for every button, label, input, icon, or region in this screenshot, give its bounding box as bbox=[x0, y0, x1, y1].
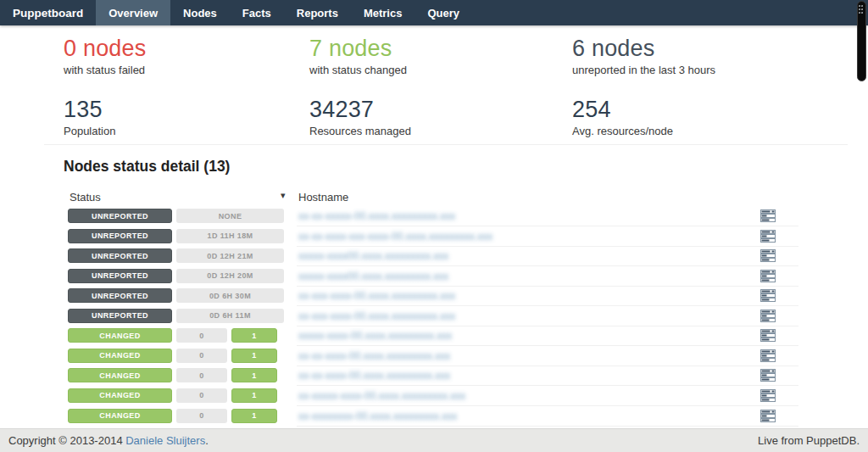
tasks-icon[interactable] bbox=[760, 249, 776, 263]
copyright-text: Copyright © 2013-2014 bbox=[8, 434, 123, 447]
table-rows: UNREPORTEDNONExx-xx-xxxxx-00.xxxx.xxxxxx… bbox=[0, 207, 868, 428]
status-badge: CHANGED bbox=[68, 328, 172, 343]
column-header-hostname[interactable]: Hostname bbox=[298, 191, 348, 204]
tasks-icon[interactable] bbox=[760, 230, 776, 243]
tasks-icon[interactable] bbox=[760, 389, 776, 403]
table-row: CHANGED01xx-xxxxxxxx-00.xxxx.xxxxxxxxx.x… bbox=[0, 407, 797, 427]
tab-facts[interactable]: Facts bbox=[230, 0, 284, 25]
stat-changed: 7 nodes with status changed bbox=[309, 36, 572, 76]
table-row: UNREPORTED0D 6H 30Mxx-xxx-xxxx-00.xxxx.x… bbox=[0, 287, 797, 306]
tab-query[interactable]: Query bbox=[415, 0, 472, 25]
stat-population-label: Population bbox=[64, 125, 309, 137]
table-row: CHANGED01xxxxx-xxxx-00.xxxx.xxxxxxxxx.xx… bbox=[0, 326, 797, 346]
stat-avg-resources: 254 Avg. resources/node bbox=[572, 97, 818, 137]
table-row: CHANGED01xx-xx-xxxx-00.xxxx.xxxxxxxxx.xx… bbox=[0, 366, 797, 386]
status-badge: UNREPORTED bbox=[68, 229, 172, 243]
stat-changed-label: with status changed bbox=[309, 64, 572, 76]
stat-population-value: 135 bbox=[64, 97, 309, 122]
hostname-link[interactable]: xx-xxx-xxxx-00.xxxx.xxxxxxxxx.xxx bbox=[298, 290, 455, 302]
row-divider bbox=[297, 426, 798, 427]
status-badge: UNREPORTED bbox=[68, 248, 172, 263]
stat-avg-resources-value: 254 bbox=[572, 97, 818, 122]
table-row: UNREPORTED0D 12H 20Mxxxxx-xxxx00.xxxx.xx… bbox=[0, 267, 797, 287]
status-badge: CHANGED bbox=[68, 409, 172, 423]
last-report-badge: 0D 12H 21M bbox=[176, 248, 284, 263]
last-report-badge: NONE bbox=[176, 209, 284, 223]
stat-resources-value: 34237 bbox=[309, 97, 572, 122]
last-report-badge: 0D 12H 20M bbox=[176, 269, 284, 283]
scrollbar-grip-icon bbox=[859, 5, 863, 15]
tasks-icon[interactable] bbox=[760, 289, 776, 303]
stat-population: 135 Population bbox=[64, 97, 309, 137]
stat-resources-label: Resources managed bbox=[309, 125, 572, 137]
tasks-icon[interactable] bbox=[760, 270, 776, 283]
stats-row-status: 0 nodes with status failed 7 nodes with … bbox=[64, 36, 826, 76]
table-row: UNREPORTED0D 12H 21Mxxxxx-xxxx00.xxxx.xx… bbox=[0, 247, 797, 266]
hostname-link[interactable]: xx-xx-xxxx-00.xxxx.xxxxxxxxx.xxx bbox=[298, 350, 450, 362]
changed-count-badge: 1 bbox=[231, 388, 277, 403]
hostname-link[interactable]: xxxxx-xxxx-00.xxxx.xxxxxxxxx.xxx bbox=[298, 330, 452, 342]
status-badge: UNREPORTED bbox=[68, 309, 172, 323]
tasks-icon[interactable] bbox=[760, 329, 776, 343]
tab-metrics[interactable]: Metrics bbox=[351, 0, 415, 25]
stat-changed-value: 7 nodes bbox=[309, 36, 572, 61]
stat-failed-value: 0 nodes bbox=[64, 36, 309, 61]
footer-copyright: Copyright © 2013-2014 Daniele Sluijters. bbox=[8, 434, 209, 447]
sort-caret-icon[interactable]: ▾ bbox=[281, 190, 286, 201]
tasks-icon[interactable] bbox=[760, 410, 776, 423]
hostname-link[interactable]: xx-xx-xxxxx-00.xxxx.xxxxxxxxx.xxx bbox=[298, 210, 455, 222]
tasks-icon[interactable] bbox=[760, 310, 776, 323]
hostname-link[interactable]: xxxxx-xxxx00.xxxx.xxxxxxxxx.xxx bbox=[298, 250, 448, 262]
stat-resources: 34237 Resources managed bbox=[309, 97, 572, 137]
tasks-icon[interactable] bbox=[760, 369, 776, 382]
changed-count-badge: 1 bbox=[231, 368, 277, 382]
stat-unreported: 6 nodes unreported in the last 3 hours bbox=[572, 36, 818, 76]
table-row: CHANGED01xx-xxxxx-xxxx-00.xxxx.xxxxxxxxx… bbox=[0, 387, 797, 406]
footer: Copyright © 2013-2014 Daniele Sluijters.… bbox=[0, 428, 868, 452]
failed-count-badge: 0 bbox=[176, 328, 227, 343]
changed-count-badge: 1 bbox=[231, 328, 277, 343]
tab-nodes[interactable]: Nodes bbox=[170, 0, 230, 25]
hostname-link[interactable]: xx-xxxxxxxx-00.xxxx.xxxxxxxxx.xxx bbox=[298, 410, 457, 422]
copyright-period: . bbox=[205, 434, 209, 447]
navbar: Puppetboard Overview Nodes Facts Reports… bbox=[0, 0, 868, 25]
status-badge: CHANGED bbox=[68, 388, 172, 403]
table-row: UNREPORTED1D 11H 18Mxx-xx-xxxx-xxx-xxxx-… bbox=[0, 227, 797, 247]
tab-reports[interactable]: Reports bbox=[284, 0, 351, 25]
stat-failed-label: with status failed bbox=[64, 64, 309, 76]
hostname-link[interactable]: xx-xxx-xxxx-00.xxxx.xxxxxxxxx.xxx bbox=[298, 310, 455, 322]
hostname-link[interactable]: xx-xx-xxxx-xxx-xxxx-00.xxxx.xxxxxxxxx.xx… bbox=[298, 231, 492, 243]
changed-count-badge: 1 bbox=[231, 349, 277, 363]
tasks-icon[interactable] bbox=[760, 349, 776, 363]
status-badge: CHANGED bbox=[68, 349, 172, 363]
status-badge: UNREPORTED bbox=[68, 209, 172, 223]
section-divider bbox=[44, 144, 848, 145]
brand-puppetboard[interactable]: Puppetboard bbox=[0, 0, 96, 25]
hostname-link[interactable]: xxxxx-xxxx00.xxxx.xxxxxxxxx.xxx bbox=[298, 271, 448, 282]
status-badge: UNREPORTED bbox=[68, 269, 172, 283]
tab-overview[interactable]: Overview bbox=[96, 0, 170, 25]
vertical-scrollbar[interactable] bbox=[857, 1, 866, 81]
table-row: UNREPORTED0D 6H 11Mxx-xxx-xxxx-00.xxxx.x… bbox=[0, 307, 797, 326]
changed-count-badge: 1 bbox=[231, 409, 277, 423]
stat-unreported-label: unreported in the last 3 hours bbox=[572, 64, 818, 76]
footer-live-status: Live from PuppetDB. bbox=[758, 434, 860, 447]
failed-count-badge: 0 bbox=[176, 368, 227, 382]
page-title: Nodes status detail (13) bbox=[64, 158, 230, 176]
last-report-badge: 0D 6H 30M bbox=[176, 288, 284, 303]
stat-failed: 0 nodes with status failed bbox=[64, 36, 309, 76]
hostname-link[interactable]: xx-xx-xxxx-00.xxxx.xxxxxxxxx.xxx bbox=[298, 370, 450, 382]
tasks-icon[interactable] bbox=[760, 209, 776, 223]
status-badge: CHANGED bbox=[68, 368, 172, 382]
status-badge: UNREPORTED bbox=[68, 288, 172, 303]
stat-unreported-value: 6 nodes bbox=[572, 36, 818, 61]
hostname-link[interactable]: xx-xxxxx-xxxx-00.xxxx.xxxxxxxxx.xxx bbox=[298, 390, 465, 402]
failed-count-badge: 0 bbox=[176, 349, 227, 363]
last-report-badge: 0D 6H 11M bbox=[176, 309, 284, 323]
failed-count-badge: 0 bbox=[176, 409, 227, 423]
stats-row-resources: 135 Population 34237 Resources managed 2… bbox=[64, 97, 826, 137]
last-report-badge: 1D 11H 18M bbox=[176, 229, 284, 243]
stat-avg-resources-label: Avg. resources/node bbox=[572, 125, 818, 137]
author-link[interactable]: Daniele Sluijters bbox=[125, 434, 205, 447]
column-header-status[interactable]: Status bbox=[70, 191, 101, 204]
